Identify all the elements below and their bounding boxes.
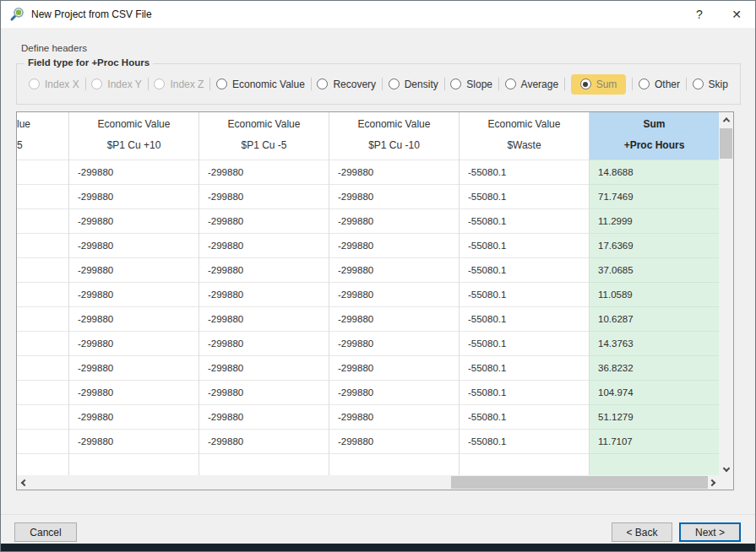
table-cell[interactable] xyxy=(17,160,68,184)
close-button[interactable]: ✕ xyxy=(718,1,755,28)
table-cell[interactable]: -299880 xyxy=(69,331,199,355)
table-cell[interactable]: -299880 xyxy=(69,233,199,257)
table-cell[interactable]: 71.7469 xyxy=(590,184,719,208)
vertical-scrollbar-thumb[interactable] xyxy=(720,128,732,159)
column-header[interactable]: Economic Value$P1 Cu -5 xyxy=(199,112,329,160)
table-cell[interactable] xyxy=(17,429,68,453)
table-cell[interactable]: -55080.1 xyxy=(460,184,589,208)
table-cell[interactable]: 51.1279 xyxy=(590,404,719,429)
table-cell[interactable]: 10.6287 xyxy=(590,306,719,331)
table-cell[interactable]: -299880 xyxy=(69,160,199,184)
table-cell[interactable] xyxy=(17,233,68,257)
table-cell[interactable]: -299880 xyxy=(329,331,459,355)
table-cell[interactable]: -55080.1 xyxy=(460,208,589,233)
scroll-right-icon[interactable] xyxy=(704,475,719,490)
table-cell[interactable]: -299880 xyxy=(199,404,329,429)
next-button[interactable]: Next > xyxy=(679,522,741,542)
table-cell[interactable]: 14.3763 xyxy=(590,331,719,355)
table-cell[interactable] xyxy=(17,184,68,208)
column-header[interactable]: Sum+Proc Hours xyxy=(590,112,719,160)
table-cell[interactable]: -55080.1 xyxy=(460,429,589,453)
scroll-up-icon[interactable] xyxy=(719,112,733,127)
table-cell[interactable]: -299880 xyxy=(329,257,459,282)
table-cell[interactable]: -299880 xyxy=(329,306,459,331)
table-cell[interactable]: -55080.1 xyxy=(460,233,589,257)
table-cell[interactable]: -299880 xyxy=(199,233,329,257)
table-cell[interactable]: -299880 xyxy=(199,208,329,233)
radio-option-density[interactable]: Density xyxy=(389,78,438,90)
table-cell[interactable]: -299880 xyxy=(199,429,329,453)
table-cell[interactable]: -55080.1 xyxy=(460,306,589,331)
table-cell[interactable]: -299880 xyxy=(69,355,199,380)
back-button[interactable]: < Back xyxy=(612,522,672,542)
table-cell[interactable]: 104.974 xyxy=(590,380,719,404)
table-cell[interactable]: 37.0685 xyxy=(590,257,719,282)
table-cell[interactable]: -55080.1 xyxy=(460,380,589,404)
table-cell[interactable]: -299880 xyxy=(199,282,329,306)
table-cell[interactable]: -299880 xyxy=(329,355,459,380)
table-cell[interactable]: -299880 xyxy=(199,355,329,380)
table-cell[interactable]: -299880 xyxy=(69,380,199,404)
table-cell[interactable]: -299880 xyxy=(329,160,459,184)
table-cell[interactable]: -299880 xyxy=(199,257,329,282)
table-cell[interactable] xyxy=(17,208,68,233)
table-cell[interactable]: -299880 xyxy=(329,184,459,208)
table-cell[interactable] xyxy=(17,404,68,429)
cancel-button[interactable]: Cancel xyxy=(14,522,77,542)
table-cell[interactable]: -55080.1 xyxy=(460,331,589,355)
table-cell[interactable] xyxy=(17,331,68,355)
table-cell[interactable]: -299880 xyxy=(69,306,199,331)
table-cell[interactable]: 17.6369 xyxy=(590,233,719,257)
table-cell[interactable]: 36.8232 xyxy=(590,355,719,380)
table-cell[interactable]: -299880 xyxy=(69,282,199,306)
table-cell[interactable] xyxy=(329,453,459,475)
table-cell[interactable]: -55080.1 xyxy=(460,257,589,282)
table-cell[interactable] xyxy=(17,306,68,331)
table-cell[interactable]: 11.7107 xyxy=(590,429,719,453)
radio-option-other[interactable]: Other xyxy=(639,78,680,90)
radio-option-average[interactable]: Average xyxy=(505,78,558,90)
table-cell[interactable]: -299880 xyxy=(199,306,329,331)
table-cell[interactable] xyxy=(17,355,68,380)
vertical-scrollbar[interactable] xyxy=(719,112,733,475)
horizontal-scrollbar[interactable] xyxy=(17,475,719,490)
table-cell[interactable]: -299880 xyxy=(329,233,459,257)
table-cell[interactable]: 11.2999 xyxy=(590,208,719,233)
table-cell[interactable]: -299880 xyxy=(199,184,329,208)
scroll-left-icon[interactable] xyxy=(17,475,31,490)
radio-option-economic-value[interactable]: Economic Value xyxy=(216,78,305,90)
table-cell[interactable] xyxy=(590,453,719,475)
table-cell[interactable]: -299880 xyxy=(69,429,199,453)
table-cell[interactable] xyxy=(17,453,68,475)
table-cell[interactable]: -299880 xyxy=(329,282,459,306)
radio-option-sum[interactable]: Sum xyxy=(571,74,627,95)
table-cell[interactable]: 11.0589 xyxy=(590,282,719,306)
horizontal-scrollbar-thumb[interactable] xyxy=(451,476,708,489)
table-cell[interactable]: -299880 xyxy=(199,331,329,355)
table-cell[interactable]: -299880 xyxy=(199,380,329,404)
table-cell[interactable]: -299880 xyxy=(199,160,329,184)
table-cell[interactable]: -299880 xyxy=(69,257,199,282)
column-header[interactable]: Economic Value$Waste xyxy=(460,112,589,160)
table-cell[interactable] xyxy=(17,282,68,306)
table-cell[interactable]: -299880 xyxy=(69,184,199,208)
table-cell[interactable] xyxy=(460,453,589,475)
radio-option-recovery[interactable]: Recovery xyxy=(317,78,376,90)
column-header[interactable]: lue5 xyxy=(17,112,68,160)
table-cell[interactable] xyxy=(69,453,199,475)
table-cell[interactable]: -299880 xyxy=(329,429,459,453)
table-cell[interactable]: -55080.1 xyxy=(460,160,589,184)
radio-option-skip[interactable]: Skip xyxy=(693,78,728,90)
table-cell[interactable]: -299880 xyxy=(69,404,199,429)
help-button[interactable]: ? xyxy=(681,1,718,28)
table-cell[interactable] xyxy=(17,257,68,282)
table-cell[interactable]: 14.8688 xyxy=(590,160,719,184)
radio-option-slope[interactable]: Slope xyxy=(450,78,492,90)
column-header[interactable]: Economic Value$P1 Cu -10 xyxy=(329,112,459,160)
table-cell[interactable]: -55080.1 xyxy=(460,404,589,429)
scroll-down-icon[interactable] xyxy=(719,461,733,475)
table-cell[interactable]: -55080.1 xyxy=(460,355,589,380)
table-cell[interactable]: -55080.1 xyxy=(460,282,589,306)
table-cell[interactable] xyxy=(199,453,329,475)
column-header[interactable]: Economic Value$P1 Cu +10 xyxy=(69,112,199,160)
